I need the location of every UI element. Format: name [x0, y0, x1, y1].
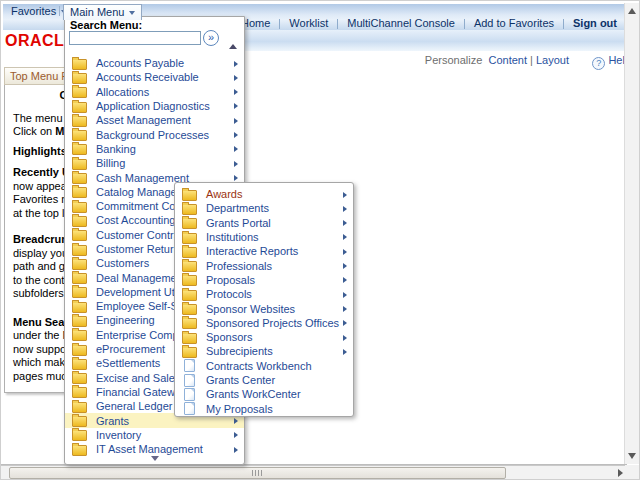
main-menu-label: Main Menu — [70, 6, 124, 18]
submenu-item-departments[interactable]: Departments — [175, 201, 353, 215]
submenu-item-sponsored-projects-offices[interactable]: Sponsored Projects Offices — [175, 316, 353, 330]
grants-submenu-list: AwardsDepartmentsGrants PortalInstitutio… — [175, 183, 353, 416]
menu-item-label: eSettlements — [96, 357, 160, 369]
submenu-item-label: Contracts Workbench — [206, 360, 312, 372]
submenu-item-sponsors[interactable]: Sponsors — [175, 330, 353, 344]
submenu-item-label: Interactive Reports — [206, 245, 298, 257]
application-window: Favorites Main Menu HomeWorklistMultiCha… — [0, 0, 640, 480]
menu-item-it-asset-management[interactable]: IT Asset Management — [65, 442, 244, 456]
menu-item-accounts-payable[interactable]: Accounts Payable — [65, 56, 244, 70]
submenu-item-institutions[interactable]: Institutions — [175, 230, 353, 244]
sign-out-link[interactable]: Sign out — [564, 17, 619, 29]
submenu-item-interactive-reports[interactable]: Interactive Reports — [175, 244, 353, 258]
submenu-item-proposals[interactable]: Proposals — [175, 273, 353, 287]
submenu-item-grants-workcenter[interactable]: Grants WorkCenter — [175, 387, 353, 401]
submenu-item-label: Sponsor Websites — [206, 303, 295, 315]
folder-icon — [72, 202, 87, 213]
folder-icon — [182, 218, 197, 229]
menu-item-application-diagnostics[interactable]: Application Diagnostics — [65, 99, 244, 113]
folder-icon — [182, 290, 197, 301]
horizontal-scrollbar-thumb[interactable] — [9, 467, 506, 479]
submenu-item-grants-portal[interactable]: Grants Portal — [175, 216, 353, 230]
menu-item-asset-management[interactable]: Asset Management — [65, 113, 244, 127]
folder-icon — [72, 445, 87, 456]
submenu-item-protocols[interactable]: Protocols — [175, 287, 353, 301]
scrollbar-right-arrow-icon[interactable] — [618, 469, 623, 477]
horizontal-scrollbar[interactable] — [1, 465, 627, 479]
link-multichannel-console[interactable]: MultiChannel Console — [338, 17, 464, 29]
folder-icon — [72, 245, 87, 256]
folder-icon — [72, 187, 87, 198]
menu-item-allocations[interactable]: Allocations — [65, 85, 244, 99]
personalize-content-link[interactable]: Content — [488, 54, 527, 66]
menu-item-label: Engineering — [96, 314, 155, 326]
folder-icon — [182, 333, 197, 344]
submenu-item-grants-center[interactable]: Grants Center — [175, 373, 353, 387]
folder-icon — [72, 416, 87, 427]
help-icon: ? — [592, 57, 605, 70]
submenu-arrow-icon — [343, 320, 347, 326]
folder-icon — [72, 130, 87, 141]
submenu-item-professionals[interactable]: Professionals — [175, 258, 353, 272]
submenu-arrow-icon — [234, 447, 238, 453]
menu-item-label: Billing — [96, 157, 125, 169]
submenu-arrow-icon — [234, 75, 238, 81]
search-menu-input[interactable] — [69, 31, 201, 45]
submenu-arrow-icon — [343, 192, 347, 198]
submenu-arrow-icon — [234, 175, 238, 181]
menu-item-label: Application Diagnostics — [96, 100, 210, 112]
menu-item-inventory[interactable]: Inventory — [65, 428, 244, 442]
scrollbar-corner — [625, 465, 639, 479]
submenu-item-contracts-workbench[interactable]: Contracts Workbench — [175, 359, 353, 373]
submenu-arrow-icon — [343, 263, 347, 269]
folder-icon — [72, 87, 87, 98]
submenu-item-my-proposals[interactable]: My Proposals — [175, 401, 353, 415]
menu-item-label: Financial Gateway — [96, 386, 187, 398]
link-worklist[interactable]: Worklist — [280, 17, 337, 29]
scroll-up-icon[interactable] — [229, 44, 237, 49]
search-go-button[interactable]: » — [203, 30, 219, 46]
menu-item-label: Inventory — [96, 429, 141, 441]
folder-icon — [72, 59, 87, 70]
submenu-item-label: Grants Center — [206, 374, 275, 386]
submenu-arrow-icon — [343, 220, 347, 226]
submenu-arrow-icon — [343, 277, 347, 283]
submenu-item-label: Institutions — [206, 231, 259, 243]
submenu-arrow-icon — [234, 118, 238, 124]
submenu-arrow-icon — [343, 349, 347, 355]
menu-item-accounts-receivable[interactable]: Accounts Receivable — [65, 70, 244, 84]
submenu-arrow-icon — [343, 206, 347, 212]
folder-icon — [72, 273, 87, 284]
submenu-item-sponsor-websites[interactable]: Sponsor Websites — [175, 301, 353, 315]
scrollbar-down-arrow-icon[interactable] — [628, 453, 636, 459]
tab-divider — [59, 6, 60, 16]
menu-item-billing[interactable]: Billing — [65, 156, 244, 170]
menu-item-banking[interactable]: Banking — [65, 142, 244, 156]
folder-icon — [182, 190, 197, 201]
submenu-item-awards[interactable]: Awards — [175, 187, 353, 201]
link-add-to-favorites[interactable]: Add to Favorites — [465, 17, 563, 29]
submenu-item-label: Grants WorkCenter — [206, 388, 301, 400]
folder-icon — [72, 216, 87, 227]
submenu-arrow-icon — [234, 418, 238, 424]
page-icon — [184, 374, 195, 387]
scrollbar-up-arrow-icon[interactable] — [628, 8, 636, 14]
folder-icon — [72, 330, 87, 341]
vertical-scrollbar[interactable] — [624, 3, 639, 464]
personalize-layout-link[interactable]: Layout — [536, 54, 569, 66]
favorites-label: Favorites — [11, 5, 56, 17]
folder-icon — [72, 387, 87, 398]
menu-item-label: General Ledger — [96, 400, 172, 412]
folder-icon — [72, 230, 87, 241]
submenu-arrow-icon — [234, 89, 238, 95]
folder-icon — [182, 247, 197, 258]
personalize-row: Personalize Content | Layout — [425, 54, 569, 66]
menu-item-background-processes[interactable]: Background Processes — [65, 127, 244, 141]
main-menu-tab[interactable]: Main Menu — [63, 4, 142, 20]
personalize-label: Personalize — [425, 54, 482, 66]
folder-icon — [72, 316, 87, 327]
scroll-down-icon[interactable] — [151, 456, 159, 461]
submenu-arrow-icon — [343, 292, 347, 298]
page-icon — [184, 359, 195, 372]
submenu-item-subrecipients[interactable]: Subrecipients — [175, 344, 353, 358]
